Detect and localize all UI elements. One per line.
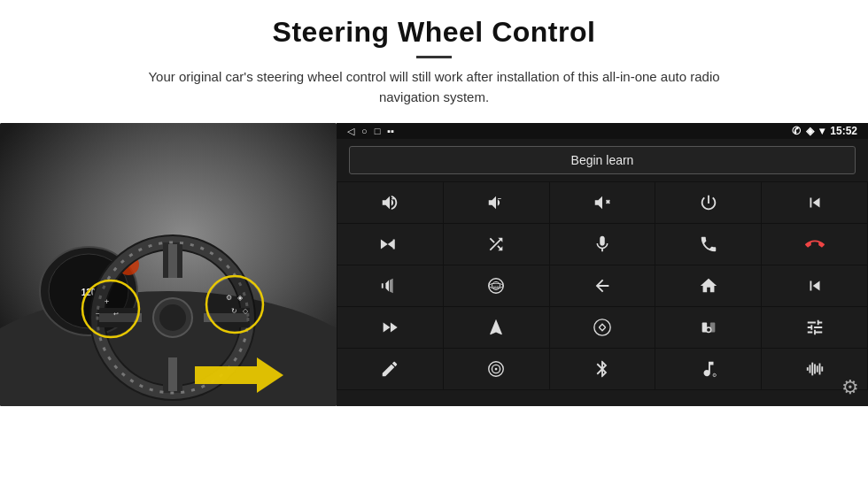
svg-text:◇: ◇ xyxy=(243,307,249,315)
svg-point-25 xyxy=(208,278,261,331)
next-track-button[interactable] xyxy=(337,224,443,265)
vol-down-button[interactable]: − xyxy=(444,182,549,223)
icon-grid: + − xyxy=(337,181,868,390)
svg-text:+: + xyxy=(105,297,109,306)
svg-rect-47 xyxy=(806,367,808,371)
mute-button[interactable] xyxy=(550,182,655,223)
phone-status-icon: ✆ xyxy=(792,125,801,137)
power-button[interactable] xyxy=(655,182,761,223)
svg-rect-50 xyxy=(814,365,816,374)
page-title: Steering Wheel Control xyxy=(0,16,868,49)
bluetooth-button[interactable] xyxy=(550,349,655,389)
wifi-status-icon: ▾ xyxy=(819,125,825,137)
car-image: 120 xyxy=(0,123,337,406)
skip-back-button[interactable] xyxy=(762,265,867,306)
phone-button[interactable] xyxy=(655,224,761,265)
android-panel: ◁ ○ □ ▪▪ ✆ ◈ ▾ 15:52 Begin learn xyxy=(337,123,868,406)
hang-up-button[interactable] xyxy=(762,224,867,265)
header-description: Your original car's steering wheel contr… xyxy=(124,67,744,107)
svg-text:◈: ◈ xyxy=(237,294,244,302)
back-nav-icon[interactable]: ◁ xyxy=(347,126,354,137)
edit-button[interactable] xyxy=(337,349,443,389)
svg-text:−: − xyxy=(498,195,501,203)
home-button[interactable] xyxy=(655,265,761,306)
home-nav-icon[interactable]: ○ xyxy=(361,126,368,136)
music-settings-button[interactable]: ⚙ xyxy=(655,349,761,389)
svg-rect-51 xyxy=(816,365,818,372)
statusbar-right: ✆ ◈ ▾ 15:52 xyxy=(792,125,857,137)
svg-text:⚙: ⚙ xyxy=(711,373,716,378)
main-content: 120 xyxy=(0,123,868,484)
begin-learn-row: Begin learn xyxy=(337,139,868,181)
vol-up-button[interactable]: + xyxy=(337,182,443,223)
svg-text:⚙: ⚙ xyxy=(226,294,232,302)
statusbar-left: ◁ ○ □ ▪▪ xyxy=(347,126,394,137)
navigate-button[interactable] xyxy=(444,307,549,348)
equalizer-button[interactable] xyxy=(762,307,867,348)
record-button[interactable] xyxy=(655,307,761,348)
settings-gear-icon[interactable]: ⚙ xyxy=(841,376,859,399)
clock: 15:52 xyxy=(830,125,857,137)
svg-text:↻: ↻ xyxy=(231,307,237,315)
title-divider xyxy=(416,56,452,58)
header-section: Steering Wheel Control Your original car… xyxy=(0,0,868,114)
signal-icon: ▪▪ xyxy=(387,126,394,136)
swap-button[interactable] xyxy=(550,307,655,348)
prev-track-button[interactable] xyxy=(762,182,867,223)
svg-text:−: − xyxy=(96,310,100,318)
svg-rect-52 xyxy=(818,364,820,375)
recent-nav-icon[interactable]: □ xyxy=(375,126,381,136)
svg-point-18 xyxy=(159,304,186,331)
svg-rect-48 xyxy=(809,365,810,373)
svg-point-44 xyxy=(495,368,498,371)
android-statusbar: ◁ ○ □ ▪▪ ✆ ◈ ▾ 15:52 xyxy=(337,123,868,139)
svg-point-38 xyxy=(594,319,610,335)
svg-text:360°: 360° xyxy=(493,285,501,289)
location-status-icon: ◈ xyxy=(806,125,814,137)
svg-rect-49 xyxy=(811,363,813,376)
svg-rect-53 xyxy=(821,366,823,372)
fast-forward-button[interactable] xyxy=(337,307,443,348)
horn-button[interactable] xyxy=(337,265,443,306)
target-button[interactable] xyxy=(444,349,549,389)
page: Steering Wheel Control Your original car… xyxy=(0,0,868,484)
shuffle-button[interactable] xyxy=(444,224,549,265)
svg-point-20 xyxy=(84,282,137,335)
begin-learn-button[interactable]: Begin learn xyxy=(349,146,856,174)
360-view-button[interactable]: 360° xyxy=(444,265,549,306)
svg-text:+: + xyxy=(391,195,395,203)
mic-button[interactable] xyxy=(550,224,655,265)
svg-text:↩: ↩ xyxy=(113,311,119,317)
back-button[interactable] xyxy=(550,265,655,306)
